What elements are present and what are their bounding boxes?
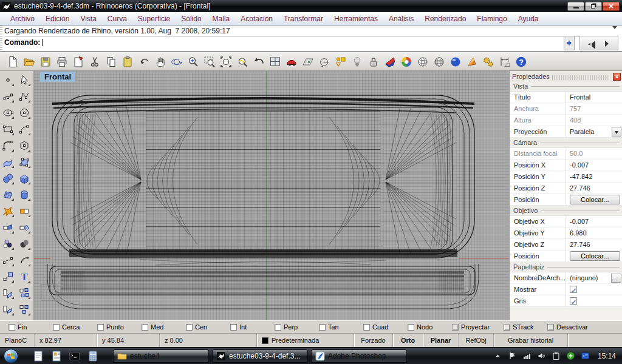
curve-tool-icon[interactable]	[0, 89, 16, 104]
view-back-icon[interactable]	[251, 54, 267, 69]
zoom-selected-icon[interactable]	[234, 54, 250, 69]
text-tool-icon[interactable]: T	[16, 269, 32, 285]
osnap-int[interactable]: Int	[230, 323, 275, 331]
dimension-icon[interactable]	[497, 54, 513, 69]
pointer-tool-icon[interactable]	[16, 72, 32, 88]
menu-solido[interactable]: Sólido	[176, 13, 207, 25]
posicion-z-value[interactable]: 27.746	[566, 183, 622, 194]
browse-file-button[interactable]: ...	[611, 274, 621, 283]
osnap-med[interactable]: Med	[142, 323, 186, 331]
osnap-perp-checkbox[interactable]	[275, 324, 281, 331]
osnap-tan-checkbox[interactable]	[319, 324, 326, 331]
zoom-extents-icon[interactable]	[218, 54, 234, 69]
polygon-tool-icon[interactable]	[16, 138, 32, 153]
circle-tool-icon[interactable]	[16, 105, 32, 121]
gris-checkbox[interactable]	[570, 297, 577, 305]
copy-icon[interactable]	[103, 54, 119, 69]
menu-acotacion[interactable]: Acotación	[235, 13, 278, 25]
objetivo-y-value[interactable]: 6.980	[566, 228, 622, 238]
menu-superficie[interactable]: Superficie	[132, 13, 176, 25]
pan-hand-icon[interactable]	[152, 54, 168, 69]
proyeccion-dropdown-icon[interactable]	[612, 127, 621, 136]
titulo-value[interactable]: Frontal	[566, 92, 622, 103]
zoom-in-icon[interactable]	[185, 54, 201, 69]
command-nav[interactable]	[579, 36, 618, 50]
osnap-med-checkbox[interactable]	[142, 324, 148, 331]
antivirus-tray-icon[interactable]	[566, 351, 575, 360]
osnap-nodo-checkbox[interactable]	[408, 324, 414, 331]
osnap-punto[interactable]: Punto	[97, 323, 142, 331]
extend-2-tool-icon[interactable]	[0, 302, 16, 317]
group-tool-icon[interactable]	[0, 236, 16, 252]
posicion-y-value[interactable]: -47.842	[566, 171, 622, 182]
sphere-mesh-icon[interactable]	[431, 54, 447, 69]
wordpad-icon[interactable]	[50, 349, 63, 363]
osnap-cen[interactable]: Cen	[186, 323, 230, 331]
arc-tool-icon[interactable]	[16, 121, 32, 137]
command-prompt-icon[interactable]	[68, 349, 81, 363]
osnap-int-checkbox[interactable]	[230, 324, 237, 331]
cylinder-tool-icon[interactable]	[16, 187, 32, 203]
explode-tool-icon[interactable]	[0, 203, 16, 219]
viewport-frontal[interactable]: Frontal	[34, 71, 509, 320]
split-tool-icon[interactable]	[16, 220, 32, 235]
network-signal-icon[interactable]	[522, 351, 531, 360]
orbit-icon[interactable]	[169, 54, 185, 69]
cplane-button[interactable]: PlanoC	[0, 334, 35, 347]
action-center-flag-icon[interactable]	[508, 351, 517, 360]
car-icon[interactable]	[284, 54, 299, 69]
toggle-refobj[interactable]: RefObj	[459, 334, 494, 347]
arc-point-tool-icon[interactable]	[16, 252, 32, 268]
point-tool-icon[interactable]	[0, 72, 16, 88]
boolean-tool-icon[interactable]	[16, 236, 32, 252]
options-gears-icon[interactable]	[480, 54, 496, 69]
osnap-cen-checkbox[interactable]	[186, 324, 193, 331]
block-2-tool-icon[interactable]	[16, 302, 32, 317]
viewport-title[interactable]: Frontal	[40, 72, 75, 82]
task-rhino-file[interactable]: estuche03-9-4-def.3...	[212, 349, 308, 363]
panel-drag-grip[interactable]	[552, 75, 610, 80]
light-icon[interactable]	[349, 54, 365, 69]
objetivo-z-value[interactable]: 27.746	[566, 239, 622, 250]
start-button[interactable]	[2, 348, 21, 364]
menu-vista[interactable]: Vista	[75, 13, 101, 25]
osnap-proyectar[interactable]: Proyectar	[452, 323, 504, 331]
posicion-x-value[interactable]: -0.007	[566, 160, 622, 170]
app-tray-icon[interactable]	[581, 351, 590, 360]
ellipse-tool-icon[interactable]	[0, 105, 16, 121]
surface-control-tool-icon[interactable]	[16, 154, 32, 170]
osnap-perp[interactable]: Perp	[275, 323, 319, 331]
menu-edicion[interactable]: Edición	[40, 13, 75, 25]
osnap-nodo[interactable]: Nodo	[408, 323, 452, 331]
osnap-strack-checkbox[interactable]	[504, 324, 510, 331]
osnap-desactivar-checkbox[interactable]	[547, 324, 554, 331]
taskbar-clock[interactable]: 15:14	[598, 352, 616, 360]
block-tool-icon[interactable]	[16, 285, 32, 301]
undo-icon[interactable]	[136, 54, 152, 69]
cut-icon[interactable]	[87, 54, 103, 69]
osnap-fin-checkbox[interactable]	[9, 324, 15, 331]
osnap-tan[interactable]: Tan	[319, 323, 363, 331]
osnap-cerca[interactable]: Cerca	[53, 323, 97, 331]
close-button[interactable]: ✕	[603, 2, 620, 11]
osnap-punto-checkbox[interactable]	[97, 324, 104, 331]
osnap-cerca-checkbox[interactable]	[53, 324, 60, 331]
cplane-map-icon[interactable]	[300, 54, 316, 69]
objetivo-x-value[interactable]: -0.007	[566, 216, 622, 227]
print-icon[interactable]	[54, 54, 70, 69]
tray-expand-icon[interactable]	[493, 351, 502, 360]
mesh-surface-tool-icon[interactable]	[0, 187, 16, 203]
command-spinner[interactable]	[564, 36, 575, 50]
menu-analisis[interactable]: Análisis	[383, 13, 419, 25]
command-history-dropdown-icon[interactable]	[612, 26, 617, 32]
volume-icon[interactable]	[537, 351, 546, 360]
fillet-tool-icon[interactable]	[0, 138, 16, 153]
osnap-desactivar[interactable]: Desactivar	[547, 323, 603, 331]
menu-renderizado[interactable]: Renderizado	[419, 13, 471, 25]
cone-icon[interactable]	[464, 54, 480, 69]
osnap-cuad[interactable]: Cuad	[363, 323, 408, 331]
osnap-strack[interactable]: STrack	[504, 323, 547, 331]
osnap-cuad-checkbox[interactable]	[363, 324, 370, 331]
toggle-forzado[interactable]: Forzado	[354, 334, 393, 347]
open-folder-icon[interactable]	[21, 54, 37, 69]
